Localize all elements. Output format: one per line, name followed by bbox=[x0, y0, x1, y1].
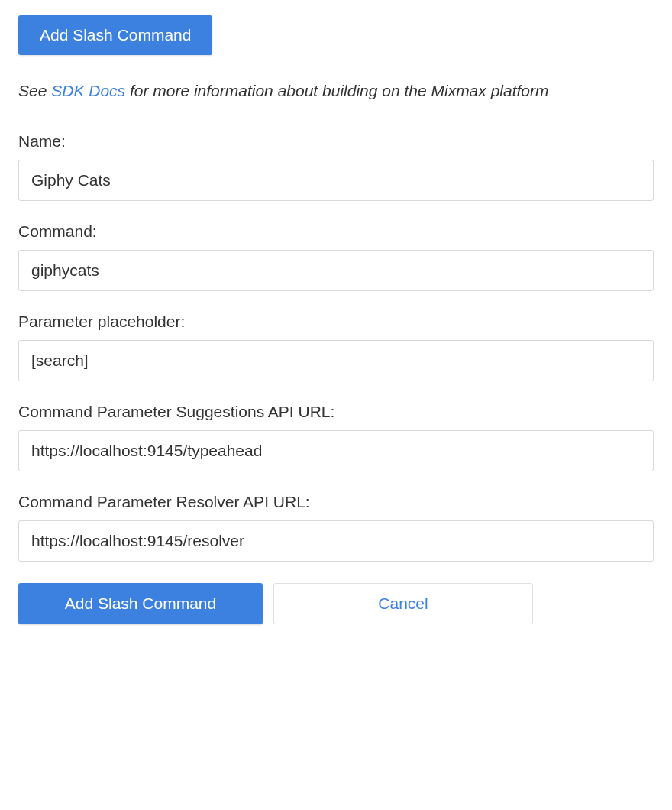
suggestions-url-label: Command Parameter Suggestions API URL: bbox=[18, 403, 654, 421]
name-field-group: Name: bbox=[18, 132, 654, 201]
resolver-url-input[interactable] bbox=[18, 520, 654, 562]
add-slash-command-button-top[interactable]: Add Slash Command bbox=[18, 15, 212, 55]
name-input[interactable] bbox=[18, 160, 654, 201]
footer-button-row: Add Slash Command Cancel bbox=[18, 583, 654, 624]
info-text: See SDK Docs for more information about … bbox=[18, 79, 654, 102]
param-placeholder-label: Parameter placeholder: bbox=[18, 313, 654, 331]
info-suffix: for more information about building on t… bbox=[125, 82, 548, 99]
command-field-group: Command: bbox=[18, 222, 654, 291]
sdk-docs-link[interactable]: SDK Docs bbox=[51, 82, 125, 99]
resolver-url-field-group: Command Parameter Resolver API URL: bbox=[18, 493, 654, 562]
param-placeholder-input[interactable] bbox=[18, 340, 654, 381]
name-label: Name: bbox=[18, 132, 654, 151]
resolver-url-label: Command Parameter Resolver API URL: bbox=[18, 493, 654, 511]
info-prefix: See bbox=[18, 82, 51, 99]
command-label: Command: bbox=[18, 222, 654, 241]
command-input[interactable] bbox=[18, 250, 654, 291]
cancel-button[interactable]: Cancel bbox=[273, 583, 533, 624]
suggestions-url-input[interactable] bbox=[18, 430, 654, 471]
param-placeholder-field-group: Parameter placeholder: bbox=[18, 313, 654, 381]
suggestions-url-field-group: Command Parameter Suggestions API URL: bbox=[18, 403, 654, 471]
add-slash-command-button-bottom[interactable]: Add Slash Command bbox=[18, 583, 263, 624]
